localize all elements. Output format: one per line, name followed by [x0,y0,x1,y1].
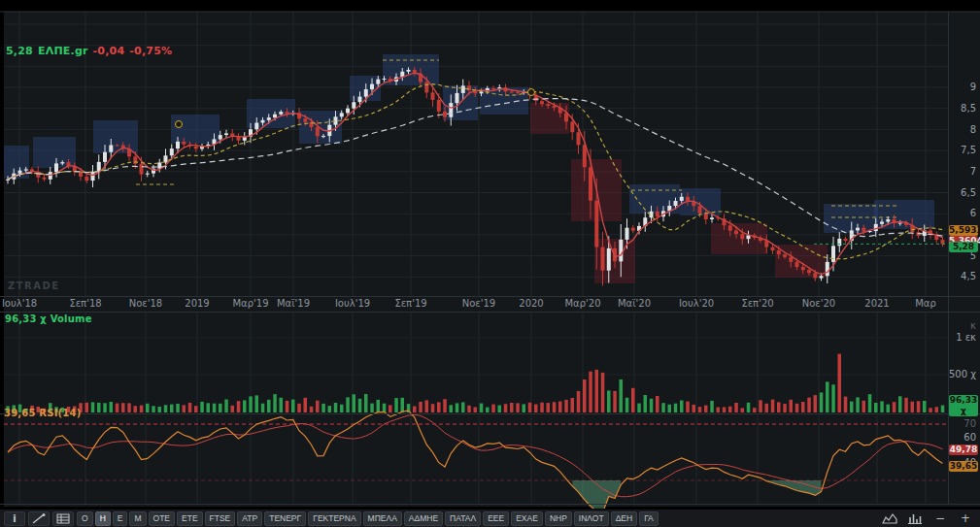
symbol-shortcut-buttons: ΟΤΕΕΤΕFTSEΑΤΡΤΕΝΕΡΓΓΕΚΤΕΡΝΑΜΠΕΛΑΑΔΜΗΕΠΑΤ… [149,511,660,526]
price-change: -0,04 [93,45,125,57]
price-axis-label: 8 [970,124,976,135]
date-axis-label: Σεπ'19 [394,298,426,309]
date-axis-label: Μαρ'20 [564,298,600,309]
area-chart-icon[interactable] [881,511,898,526]
price-badge-orange: 5,5933 [949,225,978,236]
event-marker-icon[interactable] [527,88,535,96]
bottom-toolbar: i OHEM ΟΤΕΕΤΕFTSEΑΤΡΤΕΝΕΡΓΓΕΚΤΕΡΝΑΜΠΕΛΑΑ… [0,509,980,527]
chart-canvas[interactable] [0,0,980,509]
price-axis-label: 8,5 [961,103,976,114]
rsi-pane-title[interactable]: 39,65 RSI(14) [4,408,81,418]
volume-badge: 96,33 χ [949,395,978,416]
price-badge-green: 5,28 [949,242,978,252]
date-axis-label: Μαϊ'20 [618,298,651,309]
timeframe-button-E[interactable]: E [113,511,128,526]
price-axis-label: 6,5 [961,187,976,198]
price-axis-label: 4,5 [961,271,976,281]
symbol-button-ΕΕΕ[interactable]: ΕΕΕ [483,511,509,526]
rsi-value: 39,65 [4,408,36,418]
price-axis-label: 9 [970,82,976,92]
timeframe-button-O[interactable]: O [77,511,93,526]
event-marker-icon[interactable] [175,120,183,128]
draw-icon[interactable] [28,511,50,526]
rsi-axis-label: 70 [963,418,976,429]
symbol-button-ΕΧΑΕ[interactable]: ΕΧΑΕ [511,511,543,526]
symbol-button-ΔΕΗ[interactable]: ΔΕΗ [611,511,638,526]
timeframe-button-M[interactable]: M [129,511,146,526]
symbol-button-ΓΑ[interactable]: ΓΑ [639,511,659,526]
symbol-button-ΑΔΜΗΕ[interactable]: ΑΔΜΗΕ [404,511,443,526]
symbol-button-ΤΕΝΕΡΓ[interactable]: ΤΕΝΕΡΓ [264,511,306,526]
zoom-in-icon[interactable]: + [957,511,974,526]
symbol-button-ΕΤΕ[interactable]: ΕΤΕ [177,511,203,526]
date-axis-label: Σεπ'20 [741,298,773,309]
symbol-button-ΟΤΕ[interactable]: ΟΤΕ [149,511,175,526]
rsi-axis-label: 60 [963,432,976,443]
volume-axis-label: κ [970,320,976,331]
symbol-button-ΑΤΡ[interactable]: ΑΤΡ [237,511,262,526]
timeframe-button-H[interactable]: H [95,511,111,526]
date-axis-label: Ιουλ'19 [335,298,370,309]
volume-axis-label: 500 χ [949,369,976,379]
date-axis-label: 2020 [519,298,543,309]
date-axis-label: 2019 [185,298,209,309]
last-price: 5,28 [6,45,33,57]
price-axis-label: 7 [970,166,976,177]
zoom-out-icon[interactable]: − [931,511,949,526]
symbol-button-FTSE[interactable]: FTSE [205,511,236,526]
symbol-button-ΜΠΕΛΑ[interactable]: ΜΠΕΛΑ [363,511,402,526]
date-axis-label: Νοε'18 [129,298,162,309]
symbol-button-ΝΗΡ[interactable]: ΝΗΡ [545,511,572,526]
toolbar-left-icons: i [4,511,77,526]
date-axis-label: Σεπ'18 [69,298,101,309]
date-axis-label: Ιουλ'20 [679,298,714,309]
volume-pane-title[interactable]: 96,33 χ Volume [5,313,92,324]
toolbar-right-icons: −+ [881,511,974,526]
timeframe-buttons: OHEM [77,511,149,526]
rsi-badge-orange: 39,65 [949,461,978,472]
price-axis-label: 6 [970,208,976,218]
symbol-button-ΠΑΤΑΛ[interactable]: ΠΑΤΑΛ [445,511,481,526]
date-axis-label: Νοε'20 [802,298,835,309]
symbol-name: ΕΛΠΕ.gr [38,45,88,57]
symbol-button-ΓΕΚΤΕΡΝΑ[interactable]: ΓΕΚΤΕΡΝΑ [308,511,360,526]
volume-value: 96,33 χ [5,313,47,324]
symbol-button-ΙΝΛΟΤ[interactable]: ΙΝΛΟΤ [574,511,609,526]
date-axis-label: Ιουλ'18 [2,298,37,309]
date-axis-label: Μαϊ'19 [277,298,310,309]
trading-platform-window: 5,28ΕΛΠΕ.gr-0,04-0,75% ZTRADE 96,33 χ Vo… [0,0,980,527]
rsi-label: RSI(14) [39,408,81,418]
date-axis-label: Μαρ'19 [232,298,268,309]
date-axis-label: Μαρ [915,298,936,309]
date-axis-label: 2021 [864,298,889,309]
volume-axis-label: 1 εκ [956,332,976,343]
bar-chart-icon[interactable] [906,511,924,526]
price-axis-label: 7,5 [961,145,976,155]
date-axis-label: Νοε'19 [462,298,495,309]
rsi-badge-red: 49,78 [949,445,978,455]
volume-label: Volume [51,313,92,324]
sheet-icon[interactable] [52,511,74,526]
broker-watermark: ZTRADE [8,280,60,291]
ticker-legend[interactable]: 5,28ΕΛΠΕ.gr-0,04-0,75% [6,45,177,57]
info-icon[interactable]: i [4,511,25,526]
price-change-percent: -0,75% [129,45,172,57]
